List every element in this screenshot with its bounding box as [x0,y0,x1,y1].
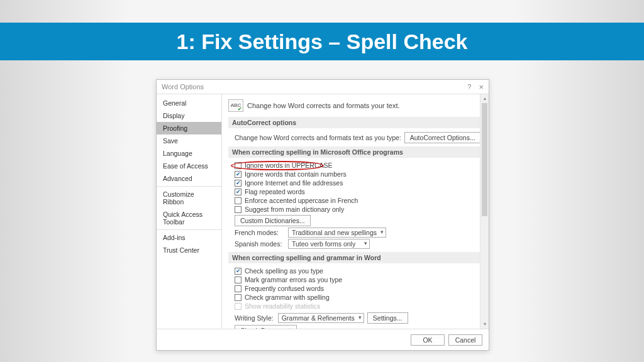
grammar-checkbox-1[interactable] [235,277,242,283]
spell-checkbox-5[interactable] [235,206,242,213]
autocorrect-section-head: AutoCorrect options [228,117,482,128]
spell-label-2: Ignore Internet and file addresses [245,179,343,187]
abc-check-icon: ABC [228,99,243,112]
spell-checkbox-0[interactable] [235,162,242,169]
spell-checkbox-4[interactable] [235,197,242,204]
french-modes-label: French modes: [235,229,285,236]
autocorrect-desc: Change how Word corrects and formats tex… [235,134,401,141]
slide-title: 1: Fix Settings – Spell Check [177,30,468,54]
options-sidebar: GeneralDisplayProofingSaveLanguageEase o… [157,94,222,329]
spanish-modes-label: Spanish modes: [235,240,285,248]
spell-checkbox-1[interactable] [235,171,242,178]
cancel-button[interactable]: Cancel [448,334,482,346]
options-content: ABC Change how Word corrects and formats… [222,94,489,329]
word-options-dialog: Word Options ? × GeneralDisplayProofingS… [156,79,489,351]
sidebar-item-trust-center[interactable]: Trust Center [157,244,221,256]
grammar-label-4: Show readability statistics [245,302,320,310]
grammar-label-3: Check grammar with spelling [245,293,330,301]
spell-checkbox-2[interactable] [235,180,242,187]
dialog-titlebar: Word Options ? × [157,80,489,94]
spelling-section-head: When correcting spelling in Microsoft Of… [228,146,482,158]
sidebar-item-quick-access-toolbar[interactable]: Quick Access Toolbar [157,208,221,228]
help-button[interactable]: ? [467,83,471,90]
writing-settings-button[interactable]: Settings... [367,312,408,324]
sidebar-item-language[interactable]: Language [157,147,221,160]
spanish-modes-dropdown[interactable]: Tuteo verb forms only [288,239,370,249]
writing-style-dropdown[interactable]: Grammar & Refinements [278,313,364,323]
sidebar-item-advanced[interactable]: Advanced [157,172,221,185]
close-button[interactable]: × [479,82,484,92]
grammar-label-2: Frequently confused words [245,285,324,292]
ok-button[interactable]: OK [411,334,445,346]
sidebar-item-proofing[interactable]: Proofing [157,122,221,134]
sidebar-item-add-ins[interactable]: Add-ins [157,231,221,244]
grammar-label-0: Check spelling as you type [245,267,323,275]
spell-label-3: Flag repeated words [245,188,305,195]
spell-label-4: Enforce accented uppercase in French [245,197,358,204]
check-document-button[interactable]: Check Document [235,325,297,329]
slide-banner: 1: Fix Settings – Spell Check [0,23,644,60]
spell-label-5: Suggest from main dictionary only [245,206,344,213]
writing-style-label: Writing Style: [235,314,274,322]
grammar-checkbox-4 [235,303,242,310]
grammar-checkbox-2[interactable] [235,285,242,292]
intro-text: Change how Word corrects and formats you… [247,102,400,109]
french-modes-dropdown[interactable]: Traditional and new spellings [288,228,386,238]
sidebar-item-general[interactable]: General [157,97,221,109]
grammar-label-1: Mark grammar errors as you type [245,276,342,283]
scroll-up-icon[interactable]: ▴ [480,94,489,103]
spell-checkbox-3[interactable] [235,189,242,195]
autocorrect-options-button[interactable]: AutoCorrect Options... [404,132,481,143]
grammar-checkbox-3[interactable] [235,294,242,301]
sidebar-item-ease-of-access[interactable]: Ease of Access [157,160,221,172]
spell-label-1: Ignore words that contain numbers [245,170,347,178]
dialog-footer: OK Cancel [157,329,489,350]
spell-label-0: Ignore words in UPPERCASE [245,162,332,169]
grammar-section-head: When correcting spelling and grammar in … [228,252,482,263]
content-scrollbar[interactable]: ▴ ▾ [480,94,489,329]
scroll-thumb[interactable] [482,103,487,216]
dialog-title: Word Options [162,83,467,90]
scroll-down-icon[interactable]: ▾ [480,320,489,329]
sidebar-item-display[interactable]: Display [157,109,221,122]
grammar-checkbox-0[interactable] [235,268,242,275]
sidebar-item-customize-ribbon[interactable]: Customize Ribbon [157,188,221,208]
sidebar-item-save[interactable]: Save [157,134,221,147]
custom-dictionaries-button[interactable]: Custom Dictionaries... [235,215,311,226]
